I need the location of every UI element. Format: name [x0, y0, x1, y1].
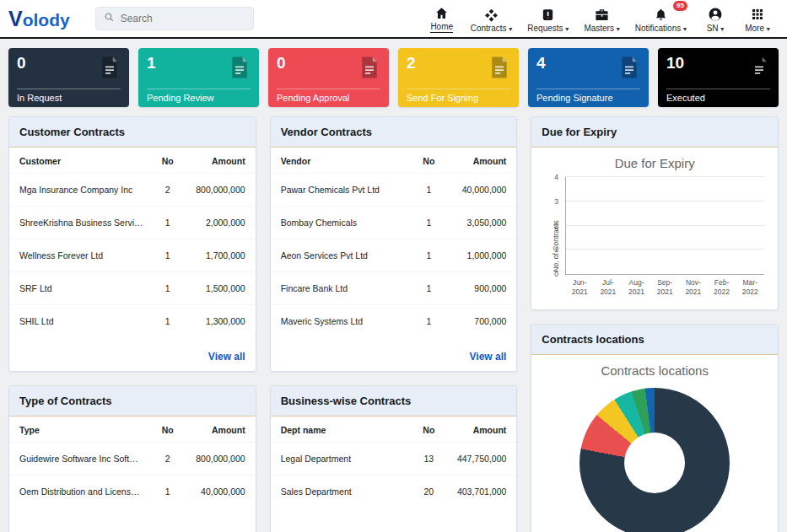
- table-row: Maveric Systems Ltd1700,000: [271, 305, 517, 338]
- stat-card-executed[interactable]: 10Executed: [658, 48, 779, 107]
- business-wise-contracts-title: Business-wise Contracts: [271, 386, 517, 416]
- stat-label: Pending Signature: [536, 89, 640, 103]
- notification-count-badge: 95: [673, 1, 687, 11]
- chevron-down-icon: ▾: [683, 25, 687, 33]
- table-cell: 1,700,000: [181, 239, 256, 272]
- nav-item-requests[interactable]: Requests ▾: [520, 3, 576, 35]
- table-cell: 1: [415, 305, 442, 338]
- table-cell: 800,000,000: [181, 443, 256, 476]
- stat-card-pending-approval[interactable]: 0Pending Approval: [268, 48, 389, 107]
- chevron-down-icon: ▾: [617, 25, 620, 33]
- stat-label: Executed: [666, 89, 770, 103]
- table-cell: 1: [154, 239, 181, 272]
- table-cell: Fincare Bank Ltd: [271, 272, 416, 305]
- stat-cards: 0In Request1Pending Review0Pending Appro…: [0, 39, 787, 116]
- nav-item-home[interactable]: Home: [421, 2, 463, 35]
- stat-label: Pending Approval: [277, 89, 380, 103]
- table-cell: 20: [415, 476, 442, 508]
- table-cell: 1: [154, 207, 181, 239]
- table-cell: Mga Insurance Company Inc: [9, 174, 154, 207]
- customer-contracts-table: CustomerNoAmountMga Insurance Company In…: [9, 148, 256, 337]
- stat-card-pending-review[interactable]: 1Pending Review: [138, 48, 259, 107]
- x-axis-label: Jul-2021: [594, 278, 623, 298]
- table-cell: 1: [415, 239, 442, 272]
- stat-card-pending-signature[interactable]: 4Pending Signature: [528, 48, 649, 107]
- type-of-contracts-table: TypeNoAmountGuidewire Software Inc Softw…: [9, 416, 256, 508]
- table-row: ShreeKrishna Business Services12,000,000: [9, 207, 256, 239]
- table-cell: 1,500,000: [181, 272, 256, 305]
- table-cell: Pawar Chemicals Pvt Ltd: [271, 174, 416, 207]
- x-axis-label: Mar-2022: [736, 278, 764, 298]
- table-row: SHIL Ltd11,300,000: [9, 305, 256, 338]
- table-cell: Bombay Chemicals: [271, 207, 416, 239]
- table-cell: 1: [154, 476, 181, 508]
- stat-label: Send For Signing: [407, 89, 510, 103]
- vendor-view-all-link[interactable]: View all: [271, 343, 517, 371]
- table-cell: 13: [415, 443, 442, 476]
- table-cell: 403,701,000: [442, 476, 516, 508]
- nav-item-masters[interactable]: Masters ▾: [576, 3, 627, 35]
- document-icon: [357, 55, 382, 83]
- table-cell: 40,000,000: [181, 476, 256, 508]
- nav-item-notifications[interactable]: 95Notifications ▾: [628, 3, 694, 35]
- document-icon: [747, 55, 772, 83]
- nav-item-label: Contracts ▾: [471, 24, 513, 33]
- due-for-expiry-title: Due for Expiry: [531, 117, 778, 148]
- table-row: Oem Distribution and License Agree...140…: [9, 476, 256, 508]
- table-cell: Legal Department: [271, 443, 416, 476]
- nav-item-more[interactable]: More ▾: [736, 3, 779, 35]
- x-axis-label: Nov-2021: [679, 278, 708, 298]
- table-cell: Maveric Systems Ltd: [271, 305, 416, 338]
- column-header: No: [154, 148, 181, 174]
- logo-v: V: [8, 7, 23, 30]
- document-icon: [97, 55, 122, 83]
- nav-item-contracts[interactable]: Contracts ▾: [463, 3, 520, 35]
- table-row: Guidewire Software Inc Software Lic...28…: [9, 443, 256, 476]
- nav-item-sn[interactable]: SN ▾: [694, 3, 736, 35]
- volody-logo[interactable]: Volody: [8, 7, 70, 31]
- business-wise-contracts-table: Dept nameNoAmountLegal Department13447,7…: [271, 416, 517, 508]
- x-axis-label: Jun-2021: [565, 278, 594, 298]
- user-icon: [708, 7, 723, 22]
- column-header: Amount: [181, 416, 256, 443]
- chevron-down-icon: ▾: [720, 25, 724, 33]
- dashboard-page: Volody HomeContracts ▾Requests ▾Masters …: [0, 0, 787, 532]
- search-box[interactable]: [95, 7, 254, 30]
- column-header: No: [154, 416, 181, 443]
- bar-chart-title: Due for Expiry: [531, 156, 778, 170]
- column-header: Amount: [442, 416, 516, 443]
- x-axis-label: Feb-2022: [708, 278, 736, 298]
- column-header: Customer: [9, 148, 154, 174]
- dashboard-grid: Customer Contracts CustomerNoAmountMga I…: [0, 116, 787, 532]
- contracts-locations-panel: Contracts locations Contracts locations: [531, 324, 779, 532]
- table-cell: 1,000,000: [442, 239, 516, 272]
- customer-contracts-panel: Customer Contracts CustomerNoAmountMga I…: [8, 116, 256, 372]
- table-cell: 1: [154, 305, 181, 338]
- vendor-contracts-table: VendorNoAmountPawar Chemicals Pvt Ltd140…: [271, 148, 517, 337]
- chevron-down-icon: ▾: [565, 25, 569, 33]
- donut-chart: [531, 384, 778, 532]
- vendor-contracts-panel: Vendor Contracts VendorNoAmountPawar Che…: [270, 116, 518, 372]
- stat-card-send-for-signing[interactable]: 2Send For Signing: [398, 48, 519, 107]
- expiry-bar-plot: 01234: [565, 177, 764, 275]
- column-header: No: [415, 416, 442, 443]
- table-row: Mga Insurance Company Inc2800,000,000: [9, 174, 256, 207]
- table-cell: 40,000,000: [442, 174, 516, 207]
- donut-hole: [624, 433, 685, 493]
- customer-view-all-link[interactable]: View all: [9, 343, 256, 371]
- table-cell: SRF Ltd: [9, 272, 154, 305]
- chevron-down-icon: ▾: [509, 25, 512, 33]
- table-cell: Oem Distribution and License Agree...: [9, 476, 154, 508]
- nav-items: HomeContracts ▾Requests ▾Masters ▾95Noti…: [421, 2, 779, 35]
- contracts-icon: [484, 7, 499, 22]
- document-icon: [487, 55, 512, 83]
- grid-icon: [751, 7, 764, 22]
- table-cell: SHIL Ltd: [9, 305, 154, 338]
- x-axis-label: Sep-2021: [650, 278, 679, 298]
- search-input[interactable]: [121, 13, 245, 24]
- stat-card-in-request[interactable]: 0In Request: [8, 48, 129, 107]
- table-cell: ShreeKrishna Business Services: [9, 207, 154, 239]
- column-header: No: [415, 148, 442, 174]
- table-cell: 800,000,000: [181, 174, 256, 207]
- column-header: Amount: [181, 148, 256, 174]
